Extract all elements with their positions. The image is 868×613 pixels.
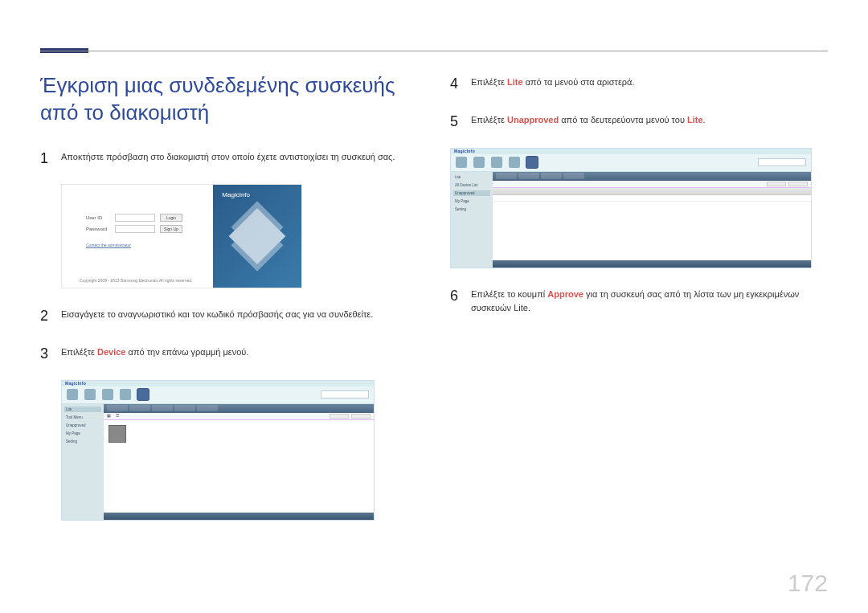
table-header	[493, 188, 811, 195]
table-row[interactable]	[493, 195, 811, 202]
app-footer	[493, 260, 811, 268]
filter-input[interactable]	[767, 182, 786, 186]
search-input[interactable]	[321, 390, 369, 398]
sidebar-item[interactable]: Lite	[64, 407, 101, 412]
step4-highlight: Lite	[507, 77, 523, 87]
toolbar-icon[interactable]	[102, 389, 113, 400]
diamond-icon	[229, 208, 286, 265]
screenshot-app-device: MagicInfo Lite Tool Menu Unapproved My P…	[61, 380, 375, 521]
toolbar-button[interactable]	[541, 173, 562, 179]
toolbar-icon[interactable]	[491, 157, 502, 168]
sidebar-item[interactable]: Lite	[453, 174, 490, 180]
view-toggle[interactable]: ☰	[116, 414, 119, 418]
toolbar-icon[interactable]	[67, 389, 78, 400]
login-button[interactable]: Login	[160, 214, 182, 222]
device-thumbnail[interactable]	[108, 425, 126, 443]
step5-prefix: Επιλέξτε	[471, 115, 507, 125]
step-5: 5 Επιλέξτε Unapproved από τα δευτερεύοντ…	[450, 110, 828, 133]
step-text: Επιλέξτε Device από την επάνω γραμμή μεν…	[61, 342, 248, 366]
step-text: Επιλέξτε το κουμπί Approve για τη συσκευ…	[471, 284, 828, 316]
step6-highlight: Approve	[547, 289, 583, 299]
filter-input[interactable]	[330, 414, 349, 419]
sidebar-item[interactable]: Tool Menu	[64, 415, 101, 420]
step3-suffix: από την επάνω γραμμή μενού.	[126, 347, 249, 357]
toolbar-button[interactable]	[496, 173, 517, 179]
app-brand: MagicInfo	[62, 381, 374, 386]
sidebar-item[interactable]: Setting	[453, 206, 490, 212]
page-content: Έγκριση μιας συνδεδεμένης συσκευής από τ…	[40, 72, 828, 565]
app-footer	[104, 513, 374, 520]
toolbar-icon-device[interactable]	[526, 157, 538, 168]
device-canvas	[104, 420, 374, 513]
toolbar-icon[interactable]	[120, 389, 131, 400]
step-text: Αποκτήστε πρόσβαση στο διακομιστή στον ο…	[61, 147, 395, 170]
step5-suffix: .	[703, 115, 706, 125]
action-toolbar	[104, 404, 374, 413]
step-1: 1 Αποκτήστε πρόσβαση στο διακομιστή στον…	[40, 147, 418, 170]
device-table	[493, 188, 811, 260]
toolbar-button[interactable]	[107, 405, 128, 411]
toolbar-icon[interactable]	[456, 157, 467, 168]
sidebar-item[interactable]: All Device List	[453, 182, 490, 188]
step-number: 5	[450, 110, 460, 133]
app-sidebar: Lite Tool Menu Unapproved My Page Settin…	[62, 404, 104, 520]
step-number: 3	[40, 342, 50, 366]
step3-prefix: Επιλέξτε	[61, 347, 97, 357]
action-toolbar	[493, 172, 811, 181]
toolbar-icon[interactable]	[84, 389, 96, 400]
toolbar-button[interactable]	[518, 173, 539, 179]
step-number: 2	[40, 304, 50, 328]
contact-admin-link[interactable]: Contact the administrator	[86, 243, 131, 247]
user-id-input[interactable]	[115, 214, 155, 222]
user-id-label: User ID	[86, 215, 110, 220]
app-brand: MagicInfo	[451, 149, 811, 154]
page-number: 172	[788, 570, 828, 597]
filter-button[interactable]	[788, 182, 808, 186]
user-id-row: User ID Login	[86, 214, 182, 222]
toolbar-icon[interactable]	[473, 157, 485, 168]
toolbar-button[interactable]	[152, 405, 173, 411]
step4-suffix: από τα μενού στα αριστερά.	[523, 77, 635, 87]
filter-button[interactable]	[351, 414, 371, 419]
password-row: Password Sign Up	[86, 225, 182, 233]
screenshot-app-unapproved: MagicInfo Lite All Device List Unapprove…	[450, 148, 812, 268]
step-number: 1	[40, 147, 50, 170]
app-sidebar: Lite All Device List Unapproved My Page …	[451, 172, 493, 268]
signup-button[interactable]: Sign Up	[160, 225, 182, 233]
sidebar-item[interactable]: My Page	[453, 198, 490, 204]
sidebar-item[interactable]: Unapproved	[64, 423, 101, 428]
app-body: Lite All Device List Unapproved My Page …	[451, 172, 811, 268]
toolbar-button[interactable]	[174, 405, 195, 411]
app-body: Lite Tool Menu Unapproved My Page Settin…	[62, 404, 374, 520]
screenshot-login: MagicInfo User ID Login Password Sign Up…	[61, 184, 302, 288]
password-input[interactable]	[115, 225, 155, 233]
step3-highlight: Device	[97, 347, 125, 357]
app-toolbar-icons	[62, 386, 374, 404]
sidebar-item[interactable]: My Page	[64, 431, 101, 436]
header-rule	[40, 51, 828, 51]
step-text: Επιλέξτε Lite από τα μενού στα αριστερά.	[471, 72, 634, 96]
toolbar-button[interactable]	[563, 173, 584, 179]
step5-mid: από τα δευτερεύοντα μενού του	[559, 115, 687, 125]
search-input[interactable]	[758, 158, 806, 166]
step6-prefix: Επιλέξτε το κουμπί	[471, 289, 547, 299]
step-number: 6	[450, 284, 460, 316]
sidebar-item-unapproved[interactable]: Unapproved	[453, 190, 490, 196]
step4-prefix: Επιλέξτε	[471, 77, 507, 87]
step5-highlight: Unapproved	[507, 115, 559, 125]
sidebar-item[interactable]: Setting	[64, 439, 101, 444]
step-6: 6 Επιλέξτε το κουμπί Approve για τη συσκ…	[450, 284, 828, 316]
step-4: 4 Επιλέξτε Lite από τα μενού στα αριστερ…	[450, 72, 828, 96]
view-toggle[interactable]: ▦	[107, 414, 111, 418]
toolbar-button[interactable]	[197, 405, 218, 411]
toolbar-icon-device[interactable]	[137, 389, 149, 400]
right-column: 4 Επιλέξτε Lite από τα μενού στα αριστερ…	[450, 72, 828, 565]
toolbar-button[interactable]	[129, 405, 150, 411]
login-logo-panel	[213, 185, 301, 288]
toolbar-icon[interactable]	[509, 157, 520, 168]
step5-highlight2: Lite	[687, 115, 703, 125]
password-label: Password	[86, 227, 110, 231]
copyright-text: Copyright 2009 - 2013 Samsung Electronic…	[80, 278, 192, 283]
sub-toolbar	[493, 181, 811, 188]
section-title: Έγκριση μιας συνδεδεμένης συσκευής από τ…	[40, 72, 418, 127]
